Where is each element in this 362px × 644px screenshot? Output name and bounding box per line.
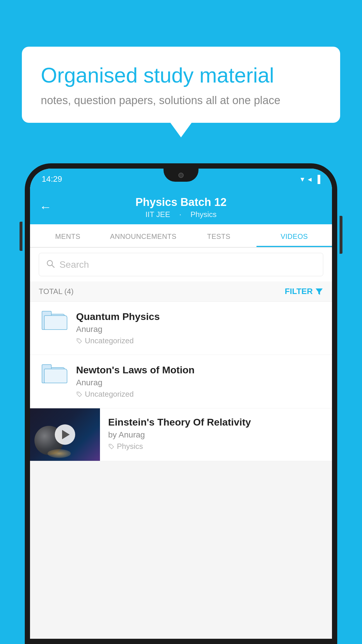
video-title-2: Newton's Laws of Motion: [76, 364, 323, 376]
folder-icon: [42, 311, 65, 330]
header-title: Physics Batch 12: [42, 196, 320, 209]
svg-marker-2: [316, 288, 323, 295]
video-list: Quantum Physics Anurag Uncategorized: [30, 302, 332, 461]
header-subtitle-part1: IIT JEE: [145, 210, 170, 219]
list-item[interactable]: Einstein's Theory Of Relativity by Anura…: [30, 408, 332, 461]
status-bar: 14:29 ▾ ◂ ▐: [30, 169, 332, 190]
video-author-1: Anurag: [76, 325, 323, 334]
search-input[interactable]: Search: [59, 259, 89, 270]
wifi-icon: ▾: [301, 175, 304, 184]
list-item[interactable]: Quantum Physics Anurag Uncategorized: [30, 302, 332, 355]
video-tag-1: Uncategorized: [76, 336, 323, 345]
phone-side-btn-left: [20, 222, 22, 251]
total-count: TOTAL (4): [39, 287, 73, 296]
video-title-1: Quantum Physics: [76, 311, 323, 322]
tab-videos[interactable]: VIDEOS: [256, 224, 332, 247]
phone-notch: [164, 169, 198, 182]
camera: [178, 173, 184, 178]
app-header: ← Physics Batch 12 IIT JEE · Physics: [30, 190, 332, 224]
video-icon-2: [39, 364, 68, 383]
tag-icon: [76, 391, 82, 398]
list-item[interactable]: Newton's Laws of Motion Anurag Uncategor…: [30, 355, 332, 408]
search-input-wrap[interactable]: Search: [39, 253, 323, 276]
video-tag-2: Uncategorized: [76, 390, 323, 399]
tab-tests[interactable]: TESTS: [181, 224, 256, 247]
folder-icon: [42, 364, 65, 383]
video-tag-3: Physics: [108, 442, 324, 451]
svg-line-1: [52, 265, 54, 267]
status-icons: ▾ ◂ ▐: [301, 175, 320, 184]
svg-point-4: [78, 393, 79, 393]
signal-icon: ◂: [308, 175, 312, 184]
filter-button[interactable]: FILTER: [285, 287, 323, 296]
tab-bar: MENTS ANNOUNCEMENTS TESTS VIDEOS: [30, 224, 332, 248]
phone-screen: 14:29 ▾ ◂ ▐ ← Physics Batch 12 IIT JEE ·…: [30, 169, 332, 639]
bubble-title: Organised study material: [41, 63, 321, 88]
back-button[interactable]: ←: [39, 200, 52, 214]
speech-bubble: Organised study material notes, question…: [22, 47, 340, 123]
filter-row: TOTAL (4) FILTER: [30, 281, 332, 302]
battery-icon: ▐: [315, 175, 320, 184]
phone-frame: 14:29 ▾ ◂ ▐ ← Physics Batch 12 IIT JEE ·…: [25, 163, 337, 644]
video-author-3: by Anurag: [108, 430, 324, 440]
header-subtitle-part2: Physics: [190, 210, 217, 219]
svg-point-5: [110, 445, 111, 446]
phone-side-btn-right: [340, 216, 342, 254]
search-bar-container: Search: [30, 248, 332, 281]
video-info-1: Quantum Physics Anurag Uncategorized: [76, 311, 323, 345]
tab-ments[interactable]: MENTS: [30, 224, 106, 247]
glow-graphic: [48, 449, 71, 458]
tag-icon: [108, 443, 115, 450]
video-thumbnail-3: [30, 408, 100, 461]
svg-point-3: [78, 339, 79, 340]
video-icon-1: [39, 311, 68, 330]
header-subtitle: IIT JEE · Physics: [42, 210, 320, 219]
video-info-3: Einstein's Theory Of Relativity by Anura…: [100, 408, 332, 459]
filter-icon: [315, 287, 323, 295]
video-title-3: Einstein's Theory Of Relativity: [108, 416, 324, 428]
tab-announcements[interactable]: ANNOUNCEMENTS: [106, 224, 181, 247]
video-info-2: Newton's Laws of Motion Anurag Uncategor…: [76, 364, 323, 399]
video-author-2: Anurag: [76, 378, 323, 387]
bubble-subtitle: notes, question papers, solutions all at…: [41, 94, 321, 107]
play-button[interactable]: [55, 424, 75, 445]
status-time: 14:29: [42, 174, 62, 184]
header-subtitle-separator: ·: [179, 210, 181, 219]
tag-icon: [76, 338, 82, 344]
filter-label: FILTER: [285, 287, 313, 296]
play-icon: [62, 430, 70, 439]
search-icon: [46, 258, 55, 271]
